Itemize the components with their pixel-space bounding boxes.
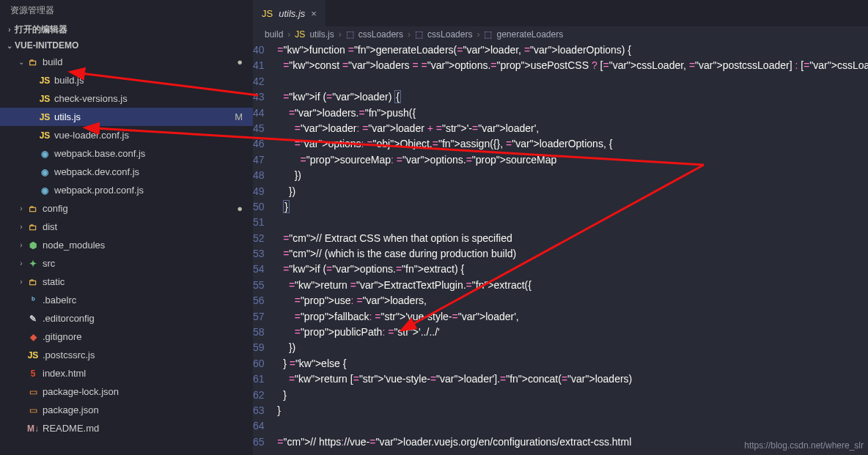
tree-label: package.json — [43, 404, 253, 415]
pkg-icon: ▭ — [26, 405, 40, 415]
tree-item-package-lock-json[interactable]: ·▭package-lock.json — [0, 382, 253, 401]
breadcrumb-item[interactable]: utils.js — [309, 29, 334, 40]
status-badge: ● — [237, 56, 253, 67]
tree-item-index-html[interactable]: ·5index.html — [0, 364, 253, 382]
tree-label: static — [43, 276, 253, 287]
js-icon: JS — [38, 94, 51, 104]
chevron-down-icon: ⌄ — [16, 58, 26, 66]
tree-label: .postcssrc.js — [43, 349, 253, 360]
cfg-icon: ◉ — [38, 149, 51, 159]
cube-icon: ⬚ — [484, 29, 492, 40]
breadcrumb-item[interactable]: generateLoaders — [496, 29, 563, 40]
explorer-title: 资源管理器 — [0, 0, 253, 21]
html-icon: 5 — [26, 369, 40, 379]
tree-item-README-md[interactable]: ·M↓README.md — [0, 419, 253, 437]
cube-icon: ⬚ — [415, 29, 423, 40]
tree-label: .editorconfig — [43, 313, 253, 324]
tree-item-dist[interactable]: ›🗀dist — [0, 218, 253, 236]
project-section[interactable]: ⌄ VUE-INITDEMO — [0, 38, 253, 53]
tree-item-build-js[interactable]: ·JSbuild.js — [0, 71, 253, 89]
folder-icon: 🗀 — [26, 222, 40, 232]
tree-label: package-lock.json — [43, 386, 253, 397]
folder-icon: 🗀 — [26, 57, 40, 67]
tree-item-static[interactable]: ›🗀static — [0, 273, 253, 291]
tree-label: build.js — [54, 75, 253, 86]
tree-label: dist — [43, 221, 253, 232]
tree-item-webpack-prod-conf-js[interactable]: ·◉webpack.prod.conf.js — [0, 181, 253, 199]
tree-label: node_modules — [43, 240, 253, 251]
tree-item-config[interactable]: ›🗀config● — [0, 199, 253, 218]
status-badge: M — [235, 111, 253, 122]
tree-item--gitignore[interactable]: ·◆.gitignore — [0, 328, 253, 346]
cfg-icon: ◉ — [38, 167, 51, 177]
chevron-down-icon: ⌄ — [4, 42, 15, 50]
tree-item-check-versions-js[interactable]: ·JScheck-versions.js — [0, 89, 253, 108]
git-icon: ◆ — [26, 332, 40, 342]
tree-label: index.html — [43, 368, 253, 379]
tree-label: webpack.base.conf.js — [54, 148, 253, 159]
js-icon: JS — [295, 29, 305, 40]
tree-item-webpack-dev-conf-js[interactable]: ·◉webpack.dev.conf.js — [0, 163, 253, 181]
tree-item-src[interactable]: ›✦src — [0, 254, 253, 273]
tree-label: build — [43, 56, 237, 67]
tree-item--babelrc[interactable]: ·ᵇ.babelrc — [0, 291, 253, 309]
chevron-right-icon: › — [16, 204, 26, 212]
tree-item-package-json[interactable]: ·▭package.json — [0, 401, 253, 419]
js-icon: JS — [262, 8, 273, 19]
folder-icon: 🗀 — [26, 204, 40, 214]
tree-label: vue-loader.conf.js — [54, 130, 253, 141]
editor-pane: JS utils.js × build›JSutils.js›⬚cssLoade… — [253, 0, 868, 455]
breadcrumb-item[interactable]: cssLoaders — [358, 29, 403, 40]
tree-label: check-versions.js — [54, 93, 253, 104]
breadcrumb[interactable]: build›JSutils.js›⬚cssLoaders›⬚cssLoaders… — [253, 26, 868, 42]
tab-utils[interactable]: JS utils.js × — [253, 0, 326, 26]
nodemod-icon: ⬢ — [26, 240, 40, 251]
js-icon: JS — [38, 130, 51, 141]
explorer-sidebar: 资源管理器 › 打开的编辑器 ⌄ VUE-INITDEMO ⌄🗀build●·J… — [0, 0, 253, 455]
tree-item-utils-js[interactable]: ·JSutils.jsM — [0, 108, 253, 126]
code-content[interactable]: ="kw">function ="fn">generateLoaders(="v… — [272, 42, 868, 455]
tree-item-webpack-base-conf-js[interactable]: ·◉webpack.base.conf.js — [0, 144, 253, 163]
tree-item--postcssrc-js[interactable]: ·JS.postcssrc.js — [0, 346, 253, 364]
line-gutter: 4041424344454647484950515253545556575859… — [253, 42, 272, 455]
tree-item-node_modules[interactable]: ›⬢node_modules — [0, 236, 253, 254]
chevron-right-icon: › — [16, 259, 26, 267]
tree-label: webpack.dev.conf.js — [54, 166, 253, 177]
tree-label: utils.js — [54, 111, 235, 122]
src-icon: ✦ — [26, 259, 40, 269]
md-icon: M↓ — [26, 423, 40, 434]
chevron-right-icon: › — [16, 223, 26, 231]
js-icon: JS — [26, 350, 40, 360]
open-editors-section[interactable]: › 打开的编辑器 — [0, 21, 253, 38]
chevron-right-icon: › — [16, 241, 26, 249]
tree-item--editorconfig[interactable]: ·✎.editorconfig — [0, 309, 253, 328]
tree-label: webpack.prod.conf.js — [54, 185, 253, 196]
tree-label: .babelrc — [43, 295, 253, 306]
js-icon: JS — [38, 112, 51, 122]
breadcrumb-item[interactable]: build — [265, 29, 283, 40]
cube-icon: ⬚ — [346, 29, 354, 40]
tree-label: config — [43, 203, 237, 214]
tree-label: README.md — [43, 423, 253, 434]
file-tree: ⌄🗀build●·JSbuild.js·JScheck-versions.js·… — [0, 53, 253, 437]
babel-icon: ᵇ — [26, 295, 40, 306]
cfg-icon: ◉ — [38, 185, 51, 196]
breadcrumb-item[interactable]: cssLoaders — [427, 29, 472, 40]
js-icon: JS — [38, 75, 51, 86]
close-icon[interactable]: × — [311, 8, 317, 19]
tree-item-vue-loader-conf-js[interactable]: ·JSvue-loader.conf.js — [0, 126, 253, 144]
tree-item-build[interactable]: ⌄🗀build● — [0, 53, 253, 71]
folder-icon: 🗀 — [26, 277, 40, 287]
code-area[interactable]: 4041424344454647484950515253545556575859… — [253, 42, 868, 455]
watermark: https://blog.csdn.net/where_slr — [744, 440, 864, 451]
tabs-bar: JS utils.js × — [253, 0, 868, 26]
chevron-right-icon: › — [4, 26, 15, 34]
status-badge: ● — [237, 203, 253, 214]
tree-label: .gitignore — [43, 331, 253, 342]
pkg-icon: ▭ — [26, 387, 40, 397]
editcfg-icon: ✎ — [26, 314, 40, 324]
tree-label: src — [43, 258, 253, 269]
chevron-right-icon: › — [16, 278, 26, 286]
